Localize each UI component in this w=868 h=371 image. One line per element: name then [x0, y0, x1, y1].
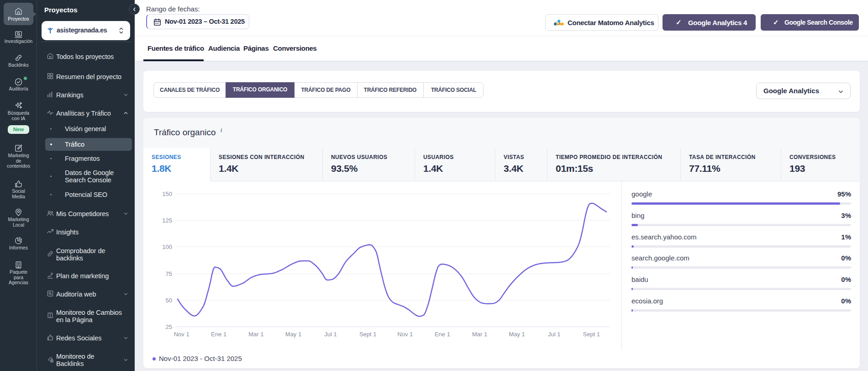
svg-text:Mar 1: Mar 1 [472, 331, 487, 338]
svg-text:Nov 1: Nov 1 [397, 331, 413, 338]
svg-text:Jul 1: Jul 1 [324, 331, 337, 338]
svg-text:Ene 1: Ene 1 [435, 331, 450, 338]
svg-text:Sept 1: Sept 1 [359, 331, 377, 338]
svg-text:100: 100 [162, 244, 172, 250]
svg-text:50: 50 [166, 297, 172, 304]
svg-text:Sept 1: Sept 1 [583, 331, 600, 338]
svg-text:Ene 1: Ene 1 [211, 331, 226, 338]
svg-text:May 1: May 1 [285, 331, 301, 338]
svg-text:75: 75 [166, 270, 172, 277]
svg-text:125: 125 [162, 217, 172, 224]
svg-text:25: 25 [166, 323, 172, 330]
svg-text:May 1: May 1 [509, 331, 525, 338]
svg-text:Nov 1: Nov 1 [174, 331, 189, 338]
svg-text:Jul 1: Jul 1 [548, 331, 560, 338]
svg-text:150: 150 [162, 191, 172, 197]
svg-text:Mar 1: Mar 1 [248, 331, 263, 338]
